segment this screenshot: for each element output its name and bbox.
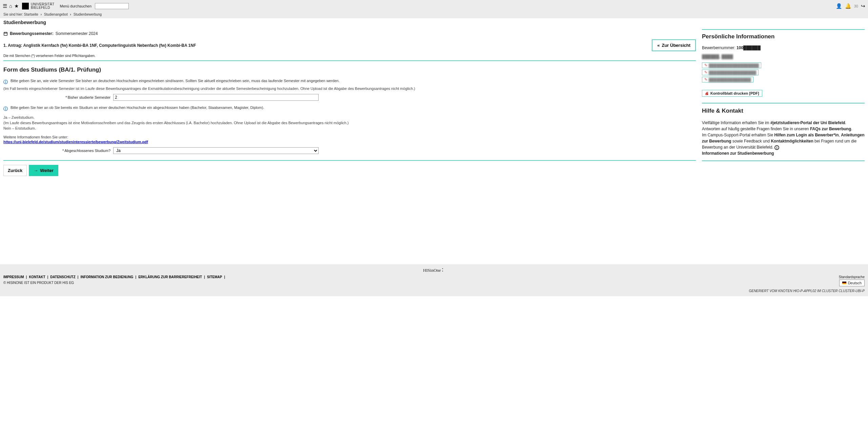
double-chevron-left-icon: « [657, 43, 660, 48]
notification-count: 30 [854, 4, 858, 8]
page-title: Studienbewerbung [0, 18, 868, 26]
pencil-icon: ✎ [704, 77, 707, 82]
next-button[interactable]: → Weiter [29, 165, 58, 176]
footer-copyright: © HISINONE IST EIN PRODUKT DER HIS EG [3, 281, 227, 285]
help-link-admission-info[interactable]: Informationen zur Studienbewerbung [702, 151, 774, 156]
info-line-2c: Nein – Erststudium. [3, 126, 696, 130]
generated-note: GENERIERT VOM KNOTEN HIO-P-APPL02 IM CLU… [749, 289, 865, 293]
info-subtext-1: (Im Fall bereits eingeschriebener Semest… [3, 87, 696, 91]
footer-link-datenschutz[interactable]: DATENSCHUTZ [50, 275, 75, 279]
logo-text: UNIVERSITÄT BIELEFELD [31, 3, 54, 9]
star-icon[interactable]: ★ [14, 3, 19, 9]
menu-search-input[interactable] [95, 3, 129, 9]
flag-de-icon [842, 282, 846, 284]
logo[interactable]: UNIVERSITÄT BIELEFELD [22, 3, 54, 9]
footer-link-bedienung[interactable]: INFORMATION ZUR BEDIENUNG [80, 275, 133, 279]
info-line-2a: Ja – Zweitstudium. [3, 115, 696, 119]
help-link-faqs[interactable]: FAQs zur Bewerbung [810, 127, 851, 131]
applicant-number-label: Bewerbernummer: [702, 45, 735, 50]
breadcrumb-item-0[interactable]: Startseite [24, 13, 38, 16]
semester-count-label: *Bisher studierte Semester [3, 95, 110, 99]
help-contact-heading: Hilfe & Kontakt [702, 108, 865, 114]
hamburger-icon[interactable]: ☰ [3, 3, 7, 9]
help-text: Vielfältige Information erhalten Sie im … [702, 120, 865, 156]
help-link-contact[interactable]: Kontaktmöglichkeiten [771, 139, 813, 144]
pencil-icon: ✎ [704, 63, 707, 68]
section-heading: Form des Studiums (BA/1. Prüfung) [3, 66, 696, 73]
back-button[interactable]: Zurück [3, 165, 27, 176]
breadcrumb-item-1[interactable]: Studienangebot [44, 13, 68, 16]
applicant-name: ██████, ████ [702, 54, 865, 59]
breadcrumb-item-2[interactable]: Studienbewerbung [74, 13, 102, 16]
semester-count-input[interactable] [113, 94, 319, 101]
info-line-2b: (Im Laufe dieses Bewerbungsantrages ist … [3, 121, 696, 125]
logout-icon[interactable]: ↪ [861, 3, 865, 9]
pdf-icon: 🖨 [705, 91, 709, 95]
edit-link-0[interactable]: ✎███████████████████ [702, 62, 761, 68]
breadcrumb: Sie sind hier: Startseite › Studienangeb… [0, 12, 868, 18]
completed-degree-select[interactable]: Ja [113, 147, 319, 154]
footer-product-logo: HISinOne⠅ [3, 266, 865, 275]
semester-value: Sommersemester 2024 [56, 31, 98, 36]
semester-label: Bewerbungssemester: [10, 31, 54, 36]
edit-link-1[interactable]: ✎██████████████████ [702, 70, 759, 75]
print-pdf-button[interactable]: 🖨 Kontrollblatt drucken [PDF] [702, 90, 762, 97]
applicant-number-value: 100██████ [736, 45, 761, 50]
help-link-portal[interactable]: #jetztstudieren-Portal der Uni Bielefeld [770, 120, 845, 125]
language-label: Standardsprache [749, 275, 865, 279]
info-icon: ⓘ [3, 79, 8, 85]
help-link-login[interactable]: Hilfen zum Login als Bewerber*in [774, 133, 839, 137]
footer-link-impressum[interactable]: IMPRESSUM [3, 275, 24, 279]
info-icon: ⓘ [3, 106, 8, 112]
info-text-2: Bitte geben Sie hier an ob Sie bereits e… [11, 106, 264, 110]
pencil-icon: ✎ [704, 70, 707, 75]
svg-rect-0 [4, 32, 7, 35]
overview-button[interactable]: « Zur Übersicht [652, 39, 696, 51]
user-icon[interactable]: 👤 [836, 3, 842, 9]
completed-degree-label: *Abgeschlossenes Studium? [3, 149, 110, 153]
footer-link-kontakt[interactable]: KONTAKT [29, 275, 45, 279]
logo-square [22, 3, 29, 9]
breadcrumb-prefix: Sie sind hier: [3, 13, 23, 16]
footer-links: IMPRESSUM |KONTAKT | DATENSCHUTZ | INFOR… [3, 275, 227, 279]
required-fields-note: Die mit Sternchen (*) versehenen Felder … [3, 54, 696, 58]
footer-link-barrierefreiheit[interactable]: ERKLÄRUNG ZUR BARRIEREFREIHEIT [138, 275, 202, 279]
edit-link-2[interactable]: ✎████████████████ [702, 77, 753, 82]
more-info-label: Weitere Informationen finden Sie unter: [3, 135, 68, 139]
home-icon[interactable]: ⌂ [9, 3, 12, 9]
menu-search-label: Menü durchsuchen [60, 4, 92, 8]
info-text-1: Bitte geben Sie an, wie viele Semester S… [11, 79, 340, 83]
calendar-icon [3, 32, 8, 36]
bell-icon[interactable]: 🔔 [845, 3, 851, 9]
info-circled-icon[interactable]: i [774, 145, 779, 150]
arrow-right-icon: → [34, 168, 38, 173]
application-title: 1. Antrag: Anglistik Kernfach (fw) Kombi… [3, 43, 196, 48]
footer-link-sitemap[interactable]: SITEMAP [207, 275, 222, 279]
more-info-link[interactable]: https://uni-bielefeld.de/studium/studien… [3, 140, 696, 144]
language-select[interactable]: Deutsch [839, 280, 865, 286]
personal-info-heading: Persönliche Informationen [702, 33, 865, 40]
